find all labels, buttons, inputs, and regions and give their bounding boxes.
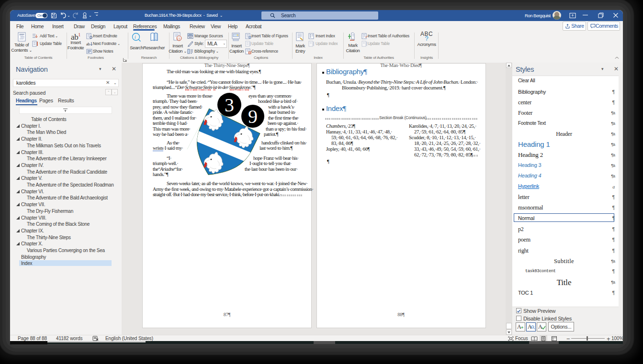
svg-text:9: 9 [248, 106, 258, 127]
svg-text:(-): (-) [178, 37, 180, 41]
svg-text:3: 3 [225, 94, 234, 116]
svg-text:ab: ab [86, 42, 90, 46]
